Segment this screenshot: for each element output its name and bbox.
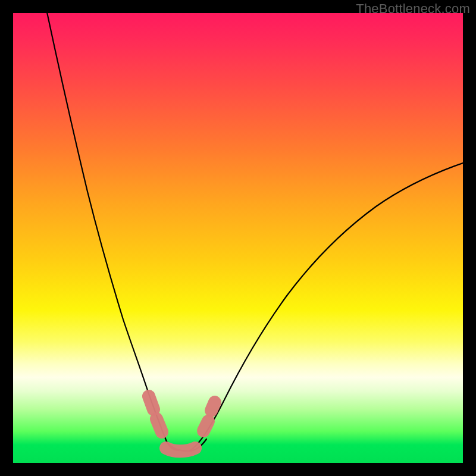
- annotation-right-lower: [203, 421, 208, 431]
- annotation-left-lower: [156, 419, 162, 432]
- plot-area: [13, 13, 463, 463]
- chart-frame: TheBottleneck.com: [0, 0, 476, 476]
- annotation-right-upper: [211, 402, 215, 411]
- curve-right: [189, 163, 463, 451]
- curve-left: [45, 13, 178, 450]
- annotation-flat: [166, 448, 195, 451]
- curve-layer: [13, 13, 463, 463]
- attribution-label: TheBottleneck.com: [356, 1, 470, 17]
- annotation-left-upper: [149, 396, 154, 409]
